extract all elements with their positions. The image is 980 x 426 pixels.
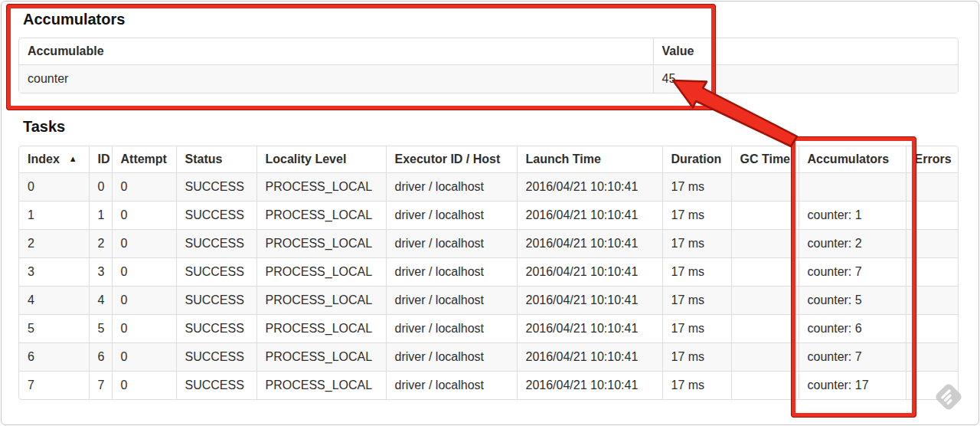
table-cell [731,343,799,372]
table-row: 000SUCCESSPROCESS_LOCALdriver / localhos… [19,173,959,202]
gc-time-column-header[interactable]: GC Time [731,146,799,173]
index-column-header[interactable]: Index▲ [19,146,89,173]
table-row: 440SUCCESSPROCESS_LOCALdriver / localhos… [19,287,959,315]
table-cell: 7 [89,372,112,400]
table-cell: counter: 2 [799,230,906,258]
table-cell: counter [19,65,653,93]
table-cell: 3 [19,258,89,287]
table-cell [906,315,959,343]
table-cell: SUCCESS [176,287,256,315]
table-cell: 4 [89,287,112,315]
index-column-label: Index [28,152,60,165]
table-cell [906,372,959,400]
table-cell: SUCCESS [176,230,256,258]
table-cell: SUCCESS [176,173,256,202]
table-cell [906,258,959,287]
table-cell: 4 [19,287,89,315]
table-cell: counter: 5 [799,287,906,315]
table-cell [906,343,959,372]
table-cell: 2016/04/21 10:10:41 [517,230,662,258]
table-cell: driver / localhost [386,287,517,315]
table-cell: 1 [19,202,89,230]
sort-ascending-icon: ▲ [69,154,77,163]
table-cell: 2016/04/21 10:10:41 [517,287,662,315]
table-cell: 0 [112,258,176,287]
launch-time-column-header[interactable]: Launch Time [517,146,662,173]
accumulators-table: Accumulable Value counter45 [18,38,959,93]
table-cell: 17 ms [662,202,731,230]
table-cell: 1 [89,202,112,230]
status-column-header[interactable]: Status [176,146,256,173]
table-cell: 2016/04/21 10:10:41 [517,315,662,343]
table-cell: driver / localhost [386,202,517,230]
spark-ui-stage-page: Accumulators Accumulable Value counter45… [1,1,979,425]
table-cell: 0 [112,315,176,343]
table-cell: 6 [19,343,89,372]
tasks-header-row: Index▲ ID Attempt Status Locality Level … [19,146,959,173]
table-cell: driver / localhost [386,173,517,202]
table-row: 110SUCCESSPROCESS_LOCALdriver / localhos… [19,202,959,230]
table-cell: 17 ms [662,230,731,258]
table-cell: driver / localhost [386,372,517,400]
errors-column-header[interactable]: Errors [906,146,959,173]
table-cell: 17 ms [662,258,731,287]
table-cell: driver / localhost [386,315,517,343]
table-cell: PROCESS_LOCAL [256,315,386,343]
table-cell: 5 [19,315,89,343]
table-cell: 0 [112,230,176,258]
tasks-table: Index▲ ID Attempt Status Locality Level … [18,146,959,400]
table-cell: 5 [89,315,112,343]
table-cell: 0 [112,173,176,202]
table-cell: SUCCESS [176,372,256,400]
table-cell: 6 [89,343,112,372]
accumulators-column-header[interactable]: Accumulators [799,146,906,173]
table-cell [731,287,799,315]
table-cell: 3 [89,258,112,287]
table-cell: PROCESS_LOCAL [256,372,386,400]
table-cell: 45 [653,65,959,93]
table-cell: counter: 17 [799,372,906,400]
table-cell [906,202,959,230]
table-cell: counter: 6 [799,315,906,343]
table-cell [731,202,799,230]
id-column-header[interactable]: ID [89,146,112,173]
table-row: 550SUCCESSPROCESS_LOCALdriver / localhos… [19,315,959,343]
table-cell [906,230,959,258]
table-cell [799,173,906,202]
table-cell: PROCESS_LOCAL [256,343,386,372]
executor-id-host-column-header[interactable]: Executor ID / Host [386,146,517,173]
table-cell: 0 [112,287,176,315]
locality-level-column-header[interactable]: Locality Level [256,146,386,173]
table-cell [731,230,799,258]
table-cell: counter: 1 [799,202,906,230]
value-column-header: Value [653,38,959,65]
table-cell: 2016/04/21 10:10:41 [517,372,662,400]
table-cell [906,173,959,202]
table-cell: 2016/04/21 10:10:41 [517,258,662,287]
table-cell: 0 [19,173,89,202]
tasks-section-title: Tasks [23,118,978,135]
table-cell: SUCCESS [176,315,256,343]
table-cell: 0 [112,343,176,372]
table-cell: 2016/04/21 10:10:41 [517,343,662,372]
table-cell: 2 [89,230,112,258]
table-cell [731,315,799,343]
table-cell: 17 ms [662,372,731,400]
table-cell: 0 [89,173,112,202]
table-cell: 17 ms [662,173,731,202]
table-cell: SUCCESS [176,202,256,230]
table-cell [906,287,959,315]
table-cell: 2016/04/21 10:10:41 [517,202,662,230]
accumulators-section-title: Accumulators [23,11,978,28]
table-cell: PROCESS_LOCAL [256,230,386,258]
table-cell: 17 ms [662,287,731,315]
table-cell: driver / localhost [386,258,517,287]
table-cell: SUCCESS [176,258,256,287]
table-cell: counter: 7 [799,258,906,287]
duration-column-header[interactable]: Duration [662,146,731,173]
table-cell: PROCESS_LOCAL [256,202,386,230]
table-cell [731,372,799,400]
table-cell: 7 [19,372,89,400]
accumulators-header-row: Accumulable Value [19,38,959,65]
attempt-column-header[interactable]: Attempt [112,146,176,173]
